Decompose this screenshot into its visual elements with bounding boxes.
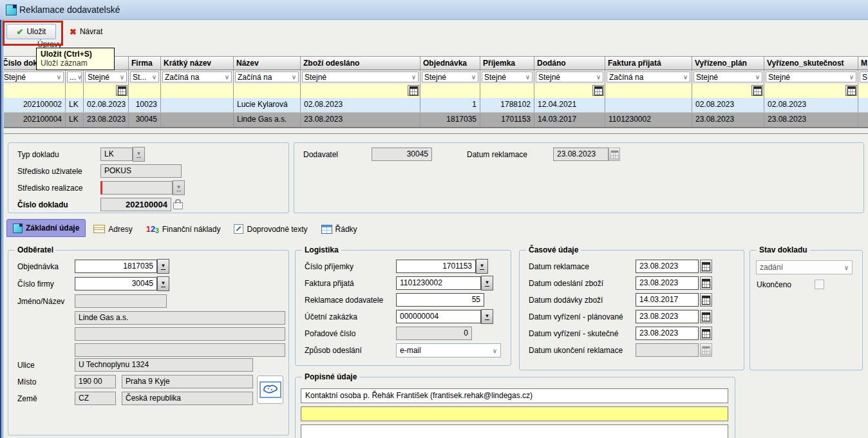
search-input-cell[interactable] (764, 84, 858, 98)
filter-operator-select[interactable]: ...∨ (67, 71, 82, 82)
search-input-cell[interactable] (84, 84, 129, 98)
stredisko-realizace-dropdown-button[interactable]: ▼ (173, 180, 185, 195)
column-header[interactable]: Objednávka (420, 56, 480, 70)
filter-cell: ...∨ (66, 70, 84, 84)
typ-dokladu-dropdown-button[interactable]: ▼ (133, 147, 145, 162)
zeme-name-field[interactable]: Česká republika (122, 392, 253, 405)
ukonceno-checkbox[interactable] (815, 280, 824, 289)
date-field[interactable]: 23.08.2023 (636, 327, 699, 340)
search-input-cell[interactable] (161, 84, 234, 98)
column-header[interactable]: Dodáno (534, 56, 605, 70)
filter-operator-select[interactable]: Začíná na∨ (607, 71, 690, 82)
faktura-prijata-dropdown-button[interactable]: ▼ (481, 276, 493, 290)
search-input-cell[interactable] (692, 84, 764, 98)
search-input-cell[interactable] (0, 84, 66, 98)
psc-field[interactable]: 190 00 (75, 375, 116, 388)
search-input-cell[interactable] (66, 84, 84, 98)
search-input-cell[interactable] (420, 84, 480, 98)
calendar-button[interactable] (700, 343, 712, 357)
calendar-button[interactable] (700, 310, 712, 323)
calendar-button[interactable] (116, 85, 127, 96)
cell: 23.08.2023 (84, 113, 129, 127)
cislo-dokladu-label: Číslo dokladu (17, 200, 68, 209)
ucetni-zakazka-dropdown-button[interactable]: ▼ (481, 309, 493, 324)
save-button[interactable]: ✔ Uložit (6, 24, 56, 39)
dodavatel-field[interactable]: 30045 (372, 148, 432, 161)
filter-operator-select[interactable]: Stejné∨ (85, 71, 127, 82)
stredisko-uzivatele-field[interactable]: POKUS (100, 164, 182, 178)
search-input-cell[interactable] (858, 84, 868, 98)
date-field[interactable]: 23.08.2023 (636, 310, 699, 323)
tab-zakladni-udaje[interactable]: Základní údaje (6, 219, 86, 237)
filter-operator-select[interactable]: St...∨ (130, 71, 159, 82)
column-header[interactable]: Příjemka (480, 56, 534, 70)
faktura-prijata-field[interactable]: 1101230002 (396, 276, 481, 290)
date-field[interactable]: 23.08.2023 (636, 276, 699, 290)
filter-operator-select[interactable]: Začíná na∨ (162, 71, 232, 82)
calendar-button[interactable] (700, 276, 712, 290)
filter-operator-select[interactable]: Stejné∨ (1, 71, 64, 82)
calendar-button[interactable] (592, 85, 604, 96)
zeme-code-field[interactable]: CZ (75, 392, 116, 405)
table-row[interactable]: 202100004LK23.08.202330045Linde Gas a.s.… (0, 113, 868, 128)
search-input-cell[interactable] (129, 84, 161, 98)
search-input-cell[interactable] (480, 84, 534, 98)
stredisko-realizace-field[interactable] (100, 181, 173, 195)
filter-operator-select[interactable]: Začíná na∨ (235, 71, 299, 82)
calendar-button[interactable] (609, 148, 620, 161)
filter-operator-select[interactable]: Stejné∨ (693, 71, 762, 82)
filter-operator-select[interactable]: Stejné∨ (766, 71, 856, 82)
ucetni-zakazka-field[interactable]: 000000004 (396, 310, 481, 323)
typ-dokladu-field[interactable]: LK (100, 148, 133, 161)
splitter[interactable] (0, 133, 868, 134)
search-input-cell[interactable] (605, 84, 692, 98)
filter-operator-select[interactable]: Stejné∨ (536, 71, 603, 82)
column-header[interactable]: Krátký název (161, 56, 234, 70)
column-header[interactable]: Faktura přijatá (605, 56, 692, 70)
datum-reklamace-header-field[interactable]: 23.08.2023 (553, 148, 609, 161)
column-header[interactable]: Vyřízeno_skutečnost (764, 56, 858, 70)
calendar-button[interactable] (700, 293, 712, 307)
tab-doprovodne-texty[interactable]: Doprovodné texty (228, 221, 313, 237)
calendar-button[interactable] (751, 85, 763, 96)
table-row[interactable]: 202100002LK02.08.202310023Lucie Kylarová… (0, 98, 868, 113)
ulice-field[interactable]: U Technoplynu 1324 (75, 358, 253, 372)
date-field[interactable]: 23.08.2023 (636, 260, 699, 273)
column-header[interactable]: Vyřízeno_plán (692, 56, 764, 70)
cislo-firmy-dropdown-button[interactable]: ▼ (157, 276, 169, 291)
cislo-prijemky-dropdown-button[interactable]: ▼ (476, 259, 488, 274)
calendar-button[interactable] (700, 327, 712, 340)
column-header[interactable]: Název (234, 56, 301, 70)
filter-operator-select[interactable]: Stejné∨ (302, 71, 419, 82)
search-input-cell[interactable] (234, 84, 301, 98)
objednavka-dropdown-button[interactable]: ▼ (157, 259, 169, 274)
back-button[interactable]: ✖ Návrat (66, 24, 106, 39)
calendar-button[interactable] (408, 85, 419, 96)
jmeno-nazev-field[interactable] (75, 294, 167, 308)
column-header[interactable]: Zboží odesláno (301, 56, 420, 70)
popisne-line1-field[interactable]: Kontaktní osoba p. Řehák František (fran… (301, 388, 728, 403)
search-input-cell[interactable] (534, 84, 605, 98)
calendar-button[interactable] (700, 260, 712, 273)
search-input-cell[interactable] (301, 84, 420, 98)
filter-operator-select[interactable]: Stejné∨ (482, 71, 533, 82)
cislo-firmy-field[interactable]: 30045 (75, 277, 157, 290)
popisne-line2-field[interactable] (301, 406, 728, 421)
tab-financni-naklady[interactable]: 123 Finanční náklady (140, 221, 227, 237)
filter-operator-select[interactable]: S∨ (860, 71, 868, 82)
date-field[interactable]: 14.03.2017 (636, 293, 699, 307)
column-header[interactable]: M (858, 56, 868, 70)
popisne-line3-field[interactable] (301, 424, 728, 438)
map-button[interactable] (257, 376, 283, 404)
zpusob-odeslani-select[interactable]: e-mail ∨ (396, 343, 501, 357)
mesto-field[interactable]: Praha 9 Kyje (122, 375, 253, 388)
stav-select[interactable]: zadání ∨ (756, 260, 853, 274)
column-header[interactable]: Firma (129, 56, 161, 70)
objednavka-field[interactable]: 1817035 (75, 260, 157, 273)
filter-operator-select[interactable]: Stejné∨ (422, 71, 478, 82)
reklamace-dodavatele-field[interactable]: 55 (396, 293, 484, 307)
cislo-prijemky-field[interactable]: 1701153 (396, 260, 476, 273)
calendar-button[interactable] (845, 85, 857, 96)
tab-radky[interactable]: Řádky (316, 221, 363, 237)
tab-adresy[interactable]: Adresy (88, 221, 138, 237)
